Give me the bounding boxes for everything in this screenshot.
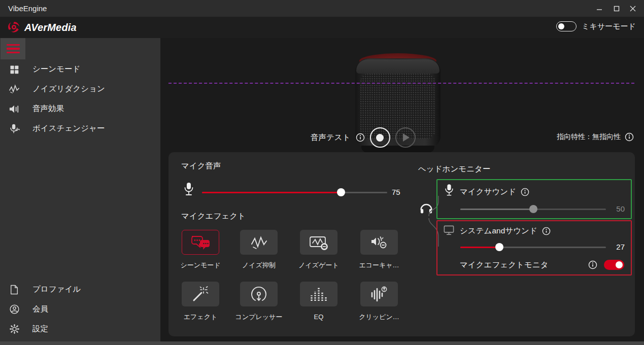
minimize-icon	[596, 6, 602, 12]
polar-pattern-label: 指向特性：無指向性	[557, 132, 621, 142]
mic-volume-knob[interactable]	[337, 188, 345, 196]
headphone-monitor-title: ヘッドホンモニター	[418, 164, 490, 175]
title-bar: VibeEngine	[0, 0, 644, 17]
effect-noise-gate-button[interactable]	[300, 230, 337, 255]
sidebar-item-label: 会員	[32, 304, 48, 315]
play-icon	[403, 133, 410, 142]
record-icon	[376, 134, 384, 142]
sidebar-item-scene-mode[interactable]: シーンモード	[0, 59, 160, 79]
effect-compressor-button[interactable]	[240, 282, 278, 306]
effect-label: コンプレッサー	[234, 313, 283, 321]
system-sound-info-icon[interactable]	[542, 227, 551, 235]
mic-sound-mic-icon	[444, 183, 455, 200]
effect-label: エコーキャ…	[355, 261, 403, 269]
voice-test-label: 音声テスト	[311, 132, 351, 143]
noise-gate-icon	[309, 234, 329, 251]
toggle-knob	[616, 261, 623, 268]
hamburger-icon	[7, 44, 20, 46]
mic-sound-knob[interactable]	[529, 205, 537, 213]
document-icon	[8, 285, 20, 295]
main-area: 音声テスト 指向特性：無指向性 マイク音声 75 マイクエフェクト	[160, 38, 644, 345]
horizontal-scrollbar[interactable]	[0, 341, 644, 345]
effect-label: クリッピン…	[355, 313, 403, 321]
clipping-icon	[369, 286, 389, 303]
sidebar-item-label: ボイスチェンジャー	[32, 123, 105, 134]
magic-wand-icon	[191, 286, 210, 303]
close-icon	[630, 6, 636, 12]
system-sound-knob[interactable]	[495, 243, 503, 251]
eq-bars-icon	[309, 286, 328, 302]
mic-sound-group: マイクサウンド 50	[436, 179, 632, 219]
sidebar-item-noise-reduction[interactable]: ノイズリダクション	[0, 79, 160, 99]
toggle-knob	[558, 23, 564, 29]
effect-monitor-label: マイクエフェクトモニタ	[460, 260, 549, 270]
mic-sound-info-icon[interactable]	[521, 188, 529, 196]
system-sound-slider[interactable]	[460, 243, 606, 251]
sidebar-item-profile[interactable]: プロファイル	[0, 280, 160, 299]
effect-label: エフェクト	[176, 313, 225, 321]
effect-monitor-info-icon[interactable]	[588, 260, 597, 269]
noise-suppression-icon	[250, 235, 268, 250]
chat-bubbles-icon	[190, 234, 211, 251]
record-button[interactable]	[370, 127, 390, 148]
controls-panel: マイク音声 75 マイクエフェクト シーンモード ノイズ抑制	[168, 152, 635, 336]
speaker-icon	[8, 104, 20, 114]
effect-magic-button[interactable]	[182, 282, 219, 306]
effect-label: ノイズ抑制	[234, 261, 283, 269]
member-icon	[8, 304, 20, 315]
mic-volume-value: 75	[392, 188, 400, 196]
effect-label: シーンモード	[176, 261, 225, 269]
effect-eq-button[interactable]	[300, 282, 337, 306]
sidebar-item-label: 音声効果	[32, 104, 64, 114]
system-sound-label: システムandサウンド	[460, 226, 537, 236]
mic-sound-value: 50	[616, 204, 625, 213]
sidebar-item-voice-changer[interactable]: ボイスチェンジャー	[0, 119, 160, 139]
system-sound-group: システムandサウンド 27 マイクエフェクトモニタ	[436, 220, 632, 275]
mic-sound-label: マイクサウンド	[460, 187, 516, 197]
voice-changer-mic-icon	[8, 123, 20, 134]
system-sound-value: 27	[616, 243, 625, 251]
gear-icon	[8, 324, 20, 334]
audio-level-threshold-line	[168, 83, 634, 84]
mic-volume-fill	[202, 192, 341, 194]
sidebar-item-label: プロファイル	[32, 284, 81, 295]
noise-wave-icon	[8, 84, 20, 94]
voice-test-info-icon[interactable]	[356, 133, 365, 142]
minimize-button[interactable]	[591, 0, 607, 17]
maximize-button[interactable]	[608, 0, 625, 17]
system-monitor-icon	[443, 225, 455, 238]
sidebar-item-label: シーンモード	[32, 64, 80, 75]
maximize-icon	[614, 6, 620, 12]
effect-label: EQ	[294, 313, 343, 321]
avermedia-swirl-icon	[6, 20, 21, 35]
mic-volume-title: マイク音声	[181, 161, 221, 171]
mic-volume-slider[interactable]	[202, 188, 387, 196]
play-button[interactable]	[395, 127, 416, 148]
mixer-mode-toggle[interactable]	[556, 21, 577, 31]
sidebar: シーンモード ノイズリダクション 音声効果 ボイスチェンジャー プロファイ	[0, 38, 160, 345]
sidebar-item-label: 設定	[32, 324, 48, 334]
polar-pattern-info-icon[interactable]	[625, 132, 634, 142]
effect-monitor-toggle[interactable]	[604, 260, 624, 270]
effect-label: ノイズゲート	[294, 261, 343, 269]
mic-sound-slider[interactable]	[460, 205, 606, 213]
mixer-mode-label: ミキサーモード	[582, 22, 636, 31]
close-button[interactable]	[625, 0, 641, 17]
microphone-icon	[183, 182, 195, 200]
sidebar-item-label: ノイズリダクション	[32, 84, 105, 94]
echo-cancel-icon	[369, 234, 389, 251]
sidebar-item-sound-effect[interactable]: 音声効果	[0, 99, 160, 119]
sidebar-item-settings[interactable]: 設定	[0, 319, 160, 339]
compressor-gauge-icon	[250, 285, 268, 303]
brand-name: AVerMedia	[24, 22, 77, 33]
app-header: AVerMedia ミキサーモード	[0, 17, 644, 38]
brand-logo: AVerMedia	[6, 20, 77, 35]
effect-noise-suppression-button[interactable]	[240, 230, 278, 255]
grid-icon	[8, 64, 20, 75]
effect-clipping-button[interactable]	[360, 282, 398, 306]
effect-echo-cancel-button[interactable]	[360, 230, 398, 255]
effect-scene-mode-button[interactable]	[182, 230, 219, 255]
hamburger-menu-button[interactable]	[1, 38, 25, 59]
sidebar-item-member[interactable]: 会員	[0, 299, 160, 319]
mic-effects-title: マイクエフェクト	[181, 211, 246, 222]
